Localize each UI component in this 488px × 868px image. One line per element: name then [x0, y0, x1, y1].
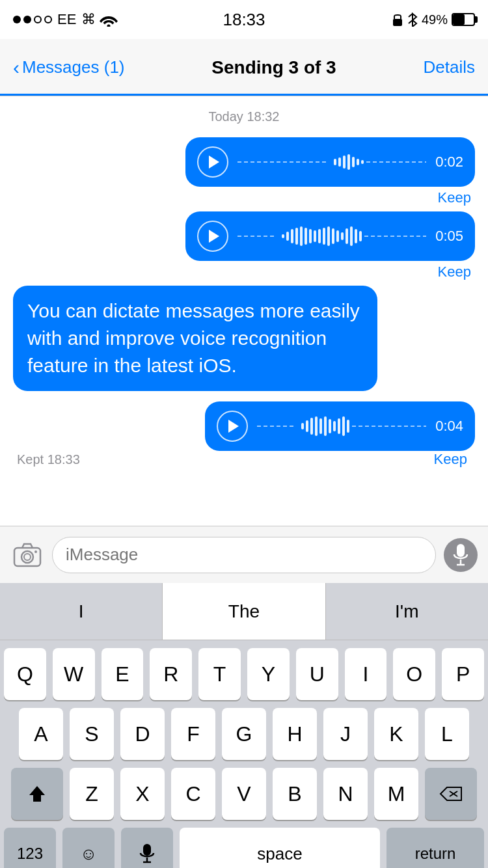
back-button[interactable]: ‹ Messages (1)	[13, 57, 125, 79]
message-input[interactable]	[52, 537, 436, 573]
autocomplete-item-Im[interactable]: I'm	[326, 583, 488, 640]
svg-rect-48	[457, 544, 465, 557]
keep-button-2[interactable]: Keep	[438, 264, 475, 280]
key-T[interactable]: T	[198, 648, 241, 700]
battery-fill	[453, 14, 465, 25]
key-shift[interactable]	[11, 768, 63, 820]
key-Y[interactable]: Y	[247, 648, 290, 700]
autocomplete-item-I[interactable]: I	[0, 583, 163, 640]
key-C[interactable]: C	[171, 768, 215, 820]
svg-rect-39	[333, 421, 336, 431]
svg-rect-9	[361, 160, 364, 164]
back-chevron-icon: ‹	[13, 57, 20, 79]
key-A[interactable]: A	[19, 708, 63, 760]
key-E[interactable]: E	[102, 648, 144, 700]
key-N[interactable]: N	[323, 768, 368, 820]
key-J[interactable]: J	[323, 708, 368, 760]
keep-button-3[interactable]: Keep	[434, 451, 471, 468]
audio-bubble-1[interactable]: 0:02	[185, 137, 475, 187]
waveform-3	[257, 416, 426, 436]
delete-icon	[439, 785, 463, 803]
mic-icon	[452, 544, 470, 566]
key-M[interactable]: M	[374, 768, 418, 820]
mic-button[interactable]	[444, 538, 478, 572]
svg-point-45	[21, 551, 33, 563]
wifi-icon: ⌘	[81, 11, 118, 28]
key-B[interactable]: B	[273, 768, 317, 820]
input-bar	[0, 526, 488, 583]
key-D[interactable]: D	[120, 708, 165, 760]
svg-rect-16	[300, 226, 303, 246]
back-label[interactable]: Messages (1)	[22, 57, 125, 77]
svg-rect-20	[318, 229, 321, 243]
svg-rect-3	[334, 159, 336, 165]
key-U[interactable]: U	[296, 648, 338, 700]
lock-icon	[392, 12, 403, 27]
svg-rect-26	[346, 228, 348, 244]
key-R[interactable]: R	[150, 648, 192, 700]
battery-icon	[452, 13, 475, 26]
audio-bubble-2[interactable]: 0:05	[185, 211, 475, 261]
key-K[interactable]: K	[374, 708, 418, 760]
key-L[interactable]: L	[425, 708, 469, 760]
svg-rect-19	[314, 230, 316, 242]
chat-timestamp: Today 18:32	[13, 109, 475, 124]
svg-rect-41	[342, 416, 345, 436]
key-space[interactable]: space	[180, 828, 380, 868]
svg-rect-8	[357, 159, 359, 165]
play-button-1[interactable]	[197, 146, 228, 178]
signal-dot-4	[44, 16, 52, 23]
keyboard-mic-icon	[139, 844, 156, 863]
svg-rect-1	[393, 19, 402, 26]
key-delete[interactable]	[425, 768, 477, 820]
play-button-3[interactable]	[217, 411, 248, 442]
camera-button[interactable]	[10, 538, 44, 572]
autocomplete-item-The[interactable]: The	[163, 583, 325, 640]
kept-label: Kept 18:33	[17, 452, 80, 467]
status-right: 49%	[392, 12, 475, 27]
svg-rect-22	[327, 226, 330, 246]
svg-rect-6	[347, 154, 350, 170]
key-P[interactable]: P	[442, 648, 484, 700]
details-button[interactable]: Details	[424, 57, 475, 77]
key-W[interactable]: W	[53, 648, 95, 700]
keep-button-1[interactable]: Keep	[438, 189, 475, 206]
status-time: 18:33	[223, 10, 265, 30]
keyboard-row-1: Q W E R T Y U I O P	[4, 648, 484, 700]
audio-bubble-3[interactable]: 0:04	[205, 401, 475, 451]
progress-bar-bg	[0, 94, 488, 96]
bluetooth-icon	[407, 12, 418, 27]
svg-rect-40	[338, 418, 340, 434]
key-emoji[interactable]: ☺	[62, 828, 115, 868]
svg-rect-17	[305, 228, 307, 245]
key-return[interactable]: return	[386, 828, 484, 868]
status-bar: EE ⌘ 18:33 49%	[0, 0, 488, 39]
key-mic[interactable]	[121, 828, 173, 868]
camera-icon	[13, 543, 42, 567]
svg-rect-4	[338, 157, 341, 167]
key-H[interactable]: H	[273, 708, 317, 760]
svg-rect-14	[291, 229, 293, 243]
signal-dot-1	[13, 16, 21, 23]
svg-rect-28	[355, 229, 357, 243]
key-S[interactable]: S	[70, 708, 114, 760]
key-Q[interactable]: Q	[4, 648, 46, 700]
audio-message-3: 0:04 Kept 18:33 Keep	[13, 401, 475, 468]
text-bubble: You can dictate messages more easily wit…	[13, 286, 377, 391]
key-Z[interactable]: Z	[70, 768, 114, 820]
key-X[interactable]: X	[120, 768, 165, 820]
play-button-2[interactable]	[197, 221, 228, 252]
signal-dot-2	[23, 16, 31, 23]
signal-dot-3	[34, 16, 42, 23]
key-I[interactable]: I	[345, 648, 387, 700]
nav-title: Sending 3 of 3	[211, 57, 336, 78]
svg-marker-51	[29, 786, 45, 802]
key-V[interactable]: V	[222, 768, 266, 820]
key-O[interactable]: O	[393, 648, 435, 700]
key-G[interactable]: G	[222, 708, 266, 760]
svg-rect-12	[282, 234, 284, 238]
key-F[interactable]: F	[171, 708, 215, 760]
key-123[interactable]: 123	[4, 828, 56, 868]
svg-rect-13	[286, 232, 289, 241]
carrier-label: EE	[57, 11, 76, 28]
